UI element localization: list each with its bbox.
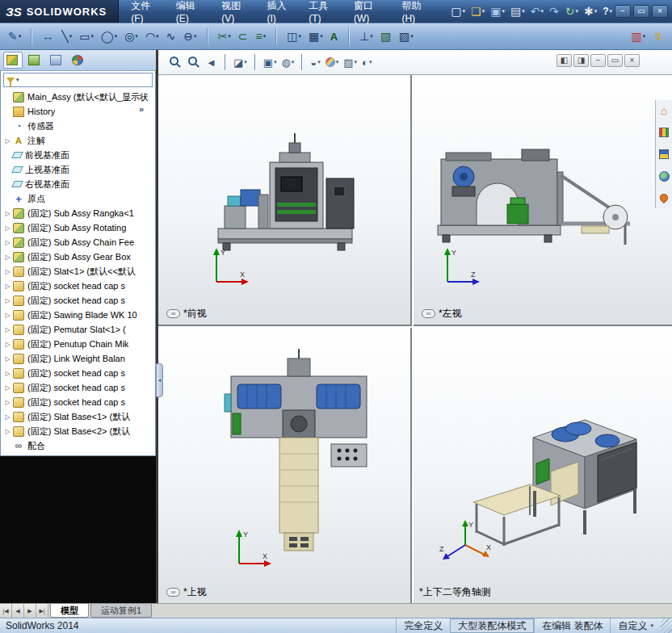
next-tab-button[interactable]: ▶ xyxy=(24,604,36,618)
restore-view-button[interactable]: ▭ xyxy=(607,54,623,67)
save-button[interactable]: ▣ ▾ xyxy=(488,4,507,19)
tree-item[interactable]: 前视基准面 xyxy=(1,148,155,162)
tree-item[interactable]: ▷ (固定) Pemutar Slat<1> ( xyxy=(1,322,155,337)
viewport-left[interactable]: Y Z *左视 xyxy=(414,75,672,326)
tree-item[interactable]: ▷ (固定) Sawing Blade WK 10 xyxy=(1,308,155,322)
tree-item[interactable]: 传感器 xyxy=(1,119,155,133)
expand-arrow-icon[interactable]: ▷ xyxy=(3,428,12,435)
line-tool-button[interactable]: ╲ ▾ xyxy=(58,28,75,45)
tree-item[interactable]: ▷ (固定) Sub Assy Rotating xyxy=(1,220,155,235)
expand-arrow-icon[interactable]: ▷ xyxy=(3,254,12,261)
dock-right-button[interactable]: ◨ xyxy=(573,54,589,67)
menu-item[interactable]: 编辑(E) xyxy=(169,0,214,27)
quick-snaps-button[interactable]: ▨ ▾ xyxy=(396,28,417,45)
zoom-area-button[interactable] xyxy=(185,55,204,69)
help-button[interactable]: ? ▾ xyxy=(600,4,615,19)
offset-entities-button[interactable]: ≡ ▾ xyxy=(253,28,270,45)
separator[interactable] xyxy=(270,26,283,47)
home-tab[interactable]: ⌂ xyxy=(657,103,671,118)
propertymanager-tab[interactable] xyxy=(25,52,44,69)
undo-button[interactable]: ↶ ▾ xyxy=(528,4,546,19)
view-settings-button[interactable]: ◐ ▾ xyxy=(359,55,374,70)
separator[interactable] xyxy=(25,26,38,47)
zoom-fit-button[interactable] xyxy=(166,55,185,69)
tree-item[interactable]: History xyxy=(1,104,155,119)
maximize-button[interactable]: ▭ xyxy=(633,5,649,18)
last-tab-button[interactable]: ▶| xyxy=(36,604,48,618)
configurationmanager-tab[interactable] xyxy=(47,52,66,69)
tree-item[interactable]: 配合 xyxy=(1,438,155,453)
tree-item[interactable]: ▷ (固定) Penutup Chain Mik xyxy=(1,337,155,351)
sketch-button[interactable]: ✎ ▾ xyxy=(5,28,24,45)
viewport-top[interactable]: Y X *上视 xyxy=(158,328,412,603)
tree-item[interactable]: 上视基准面 xyxy=(1,162,155,177)
rebuild-button[interactable]: ↻ ▾ xyxy=(563,4,581,19)
tree-root-item[interactable]: Main_Assy (默认<默认_显示状 xyxy=(1,90,155,104)
tree-item[interactable]: ▷ (固定) Slat<1> (默认<<默认 xyxy=(1,264,155,279)
tree-item[interactable]: ▷ (固定) socket head cap s xyxy=(1,366,155,380)
expand-arrow-icon[interactable]: ▷ xyxy=(3,283,12,290)
print-button[interactable]: ▤ ▾ xyxy=(508,4,527,19)
menu-item[interactable]: 窗口(W) xyxy=(346,0,394,27)
open-button[interactable]: ❏ ▾ xyxy=(468,4,487,19)
tree-item[interactable]: 原点 xyxy=(1,191,155,206)
trim-entities-button[interactable]: ✂ ▾ xyxy=(215,28,234,45)
macro-button[interactable]: ↯ xyxy=(650,28,667,45)
display-relations-button[interactable]: ⊥ ▾ xyxy=(356,28,376,45)
tree-item[interactable]: ▷ (固定) Sub Assy Rangka<1 xyxy=(1,206,155,220)
first-tab-button[interactable]: |◀ xyxy=(0,604,12,618)
sheet-tab[interactable]: 运动算例1 xyxy=(90,604,152,618)
prev-tab-button[interactable]: ◀ xyxy=(12,604,24,618)
featuremanager-tab[interactable] xyxy=(3,52,23,69)
expand-arrow-icon[interactable]: ▷ xyxy=(3,210,12,217)
tree-item[interactable]: ▷ (固定) socket head cap s xyxy=(1,279,155,293)
expand-arrow-icon[interactable]: ▷ xyxy=(3,326,12,333)
mirror-entities-button[interactable]: ◫ ▾ xyxy=(284,28,304,45)
expand-arrow-icon[interactable]: ▷ xyxy=(3,137,12,145)
dock-left-button[interactable]: ◧ xyxy=(556,54,572,67)
tree-item[interactable]: ▷ (固定) Slat Base<2> (默认 xyxy=(1,424,155,438)
close-button[interactable]: × xyxy=(652,5,668,18)
expand-arrow-icon[interactable]: ▷ xyxy=(3,399,12,406)
tree-item[interactable]: 右视基准面 xyxy=(1,177,155,191)
hide-show-items-button[interactable]: ◒ ▾ xyxy=(308,55,322,70)
tree-item[interactable]: ▷ (固定) Link Weight Balan xyxy=(1,351,155,366)
close-view-button[interactable]: × xyxy=(624,54,640,67)
tree-item[interactable]: ▷ (固定) socket head cap s xyxy=(1,380,155,395)
tree-item[interactable]: ▷ (固定) Sub Assy Chain Fee xyxy=(1,235,155,249)
toolbox-button[interactable]: ▥ ▾ xyxy=(628,28,649,45)
expand-arrow-icon[interactable]: ▷ xyxy=(3,413,12,421)
solidworks-resources-tab[interactable] xyxy=(657,169,671,183)
viewport-isometric[interactable]: Y X Z *上下二等角轴测 xyxy=(414,328,672,603)
previous-view-button[interactable]: ◄ xyxy=(204,55,220,70)
expand-arrow-icon[interactable]: ▷ xyxy=(3,297,12,304)
large-assembly-mode-toggle[interactable]: 大型装配体模式 xyxy=(450,618,534,633)
separator[interactable] xyxy=(296,52,308,72)
section-view-button[interactable]: ◪ ▾ xyxy=(231,55,250,70)
menu-item[interactable]: 帮助(H) xyxy=(394,0,440,27)
menu-item[interactable]: 插入(I) xyxy=(259,0,301,27)
convert-entities-button[interactable]: ⊂ xyxy=(235,28,252,45)
circle-tool-button[interactable]: ◯ ▾ xyxy=(98,28,120,45)
expand-arrow-icon[interactable]: ▷ xyxy=(3,341,12,348)
dimxpert-tab[interactable] xyxy=(69,52,88,69)
redo-button[interactable]: ↷ xyxy=(547,4,562,19)
options-button[interactable]: ✱ ▾ xyxy=(582,4,599,19)
minimize-view-button[interactable]: − xyxy=(590,54,606,67)
separator[interactable] xyxy=(342,26,355,47)
apply-scene-button[interactable]: ▨ ▾ xyxy=(341,55,359,70)
separator[interactable] xyxy=(201,26,214,47)
text-tool-button[interactable]: A xyxy=(327,28,342,45)
menu-item[interactable]: 文件(F) xyxy=(124,0,169,27)
spline-tool-button[interactable]: ∿ xyxy=(163,28,180,45)
arc-tool-button[interactable]: ◠ ▾ xyxy=(142,28,162,45)
expand-arrow-icon[interactable]: ▷ xyxy=(3,268,12,275)
expand-arrow-icon[interactable]: ▷ xyxy=(3,224,12,232)
design-library-tab[interactable] xyxy=(657,125,671,140)
new-document-button[interactable]: ▢ ▾ xyxy=(448,4,468,19)
smart-dimension-button[interactable]: ↔ xyxy=(39,28,57,45)
viewport-front[interactable]: Y X *前视 xyxy=(158,75,412,326)
separator[interactable] xyxy=(250,52,261,72)
linear-pattern-button[interactable]: ▦ ▾ xyxy=(305,28,326,45)
tree-item[interactable]: ▷ 注解 xyxy=(1,133,155,148)
